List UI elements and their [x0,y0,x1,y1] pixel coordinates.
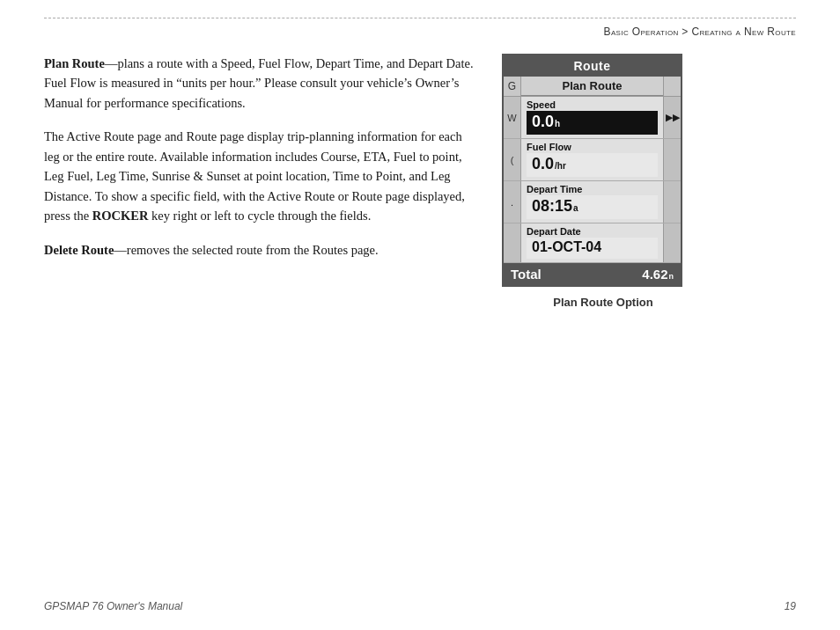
term-plan-route: Plan Route [44,56,105,70]
top-border [44,18,796,18]
device-screen: Route G Plan Route W Speed 0. [502,54,682,287]
screen-right-space [663,77,681,96]
breadcrumb-creating: Creating a New Route [691,26,796,38]
screen-total-bar: Total 4.62n [504,263,681,285]
speed-value: 0.0h [527,111,658,135]
speed-left: W [504,97,521,138]
fuel-right [663,139,681,180]
depart-time-unit: a [573,203,578,213]
fuel-value: 0.0/hr [527,153,658,177]
device-caption: Plan Route Option [502,296,704,309]
speed-number: 0.0 [532,113,554,131]
dtime-section: Depart Time 08:15a [521,181,663,223]
ddate-right [663,223,681,262]
total-value: 4.62n [642,267,674,282]
screen-subtitle-bar: Plan Route [521,77,663,96]
screen-subtitle: Plan Route [563,79,623,92]
fuel-number: 0.0 [532,155,554,173]
screen-title-bar: Route [504,55,681,77]
total-number: 4.62 [642,267,667,282]
breadcrumb: Basic Operation > Creating a New Route [44,26,796,38]
breadcrumb-basic-op: Basic Operation [604,26,679,38]
speed-label: Speed [521,97,663,111]
speed-right: ▶▶ [663,97,681,138]
paragraph-1-text: —plans a route with a Speed, Fuel Flow, … [44,56,474,110]
depart-time-value: 08:15a [527,195,658,219]
page-container: Basic Operation > Creating a New Route P… [0,0,840,630]
right-column: Route G Plan Route W Speed 0. [502,54,704,309]
depart-time-number: 08:15 [532,197,572,216]
ddate-left [504,223,521,262]
text-column: Plan Route—plans a route with a Speed, F… [44,54,475,274]
speed-unit: h [555,119,560,128]
paragraph-2: The Active Route page and Route page dis… [44,127,475,225]
main-content: Plan Route—plans a route with a Speed, F… [44,54,796,309]
speed-section: Speed 0.0h [521,97,663,138]
term-delete-route: Delete Route [44,243,114,257]
paragraph-3: Delete Route—removes the selected route … [44,240,475,260]
depart-time-label: Depart Time [521,181,663,195]
screen-left-indicator: G [504,77,521,96]
total-label: Total [511,267,542,282]
fuel-section: Fuel Flow 0.0/hr [521,139,663,180]
ddate-section: Depart Date 01-OCT-04 [521,223,663,262]
total-unit: n [669,272,674,281]
fuel-label: Fuel Flow [521,139,663,153]
breadcrumb-separator: > [679,26,692,38]
fuel-unit: /hr [555,161,566,171]
depart-date-value: 01-OCT-04 [527,238,658,259]
rocker-key: ROCKER [92,209,149,223]
paragraph-2-text2: key right or left to cycle through the f… [148,209,371,223]
screen-title: Route [573,59,610,73]
dtime-left: . [504,181,521,223]
dtime-right [663,181,681,223]
footer-right: 19 [785,600,796,612]
paragraph-3-text: —removes the selected route from the Rou… [114,243,378,257]
paragraph-1: Plan Route—plans a route with a Speed, F… [44,54,475,113]
depart-date-text: 01-OCT-04 [532,239,601,255]
depart-date-label: Depart Date [521,223,663,238]
footer: GPSMAP 76 Owner's Manual 19 [44,600,796,612]
footer-left: GPSMAP 76 Owner's Manual [44,600,182,612]
fuel-left: ( [504,139,521,180]
